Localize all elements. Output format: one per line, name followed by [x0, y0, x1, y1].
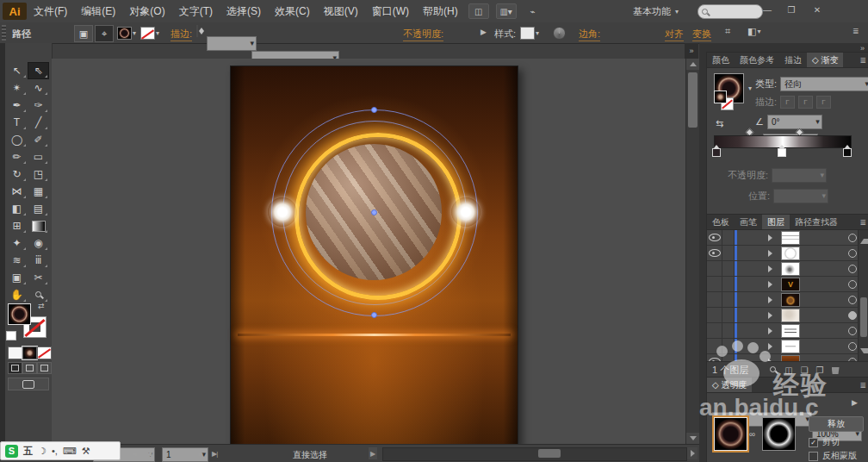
lock-toggle[interactable]: [722, 292, 735, 307]
ime-settings-icon[interactable]: ⚒: [82, 446, 90, 457]
menu-object[interactable]: 对象(O): [122, 4, 171, 19]
soft-keyboard-icon[interactable]: ⌨: [63, 446, 77, 457]
hand-tool[interactable]: ✋: [6, 286, 28, 303]
tab-color[interactable]: 颜色: [707, 53, 735, 67]
column-graph-tool[interactable]: ⅲ: [28, 252, 49, 269]
gradient-angle-dropdown[interactable]: 0°: [767, 115, 822, 129]
layers-scroll-thumb[interactable]: [860, 297, 867, 337]
lock-toggle[interactable]: [722, 261, 735, 276]
stop-position-dropdown[interactable]: [773, 189, 828, 203]
eyedropper-tool[interactable]: ✦: [6, 234, 28, 252]
target-icon[interactable]: [848, 249, 857, 258]
layers-scrollbar[interactable]: [858, 230, 868, 362]
menu-view[interactable]: 视图(V): [317, 4, 365, 19]
expand-triangle-icon[interactable]: [768, 281, 772, 288]
next-artboard-button[interactable]: ▶: [198, 450, 202, 458]
expand-triangle-icon[interactable]: [768, 312, 772, 319]
stroke-weight-dropdown[interactable]: [207, 36, 257, 51]
first-artboard-button[interactable]: |◀: [131, 450, 136, 458]
layer-row[interactable]: [707, 230, 868, 246]
layer-row[interactable]: [707, 339, 868, 354]
arrange-documents-icon[interactable]: ▥▾: [496, 3, 517, 19]
stroke-across-icon[interactable]: Γ: [816, 96, 831, 109]
menu-file[interactable]: 文件(F): [27, 4, 74, 19]
right-glow-orb[interactable]: [451, 197, 480, 227]
style-swatch[interactable]: ▾: [520, 27, 539, 40]
new-sublayer-icon[interactable]: ❏: [801, 365, 809, 375]
vertical-scrollbar[interactable]: [685, 59, 699, 444]
eraser-tool[interactable]: ▭: [28, 148, 49, 165]
clip-checkbox-row[interactable]: ✓ 剪切: [809, 436, 840, 448]
stroke-color-swatch[interactable]: ▾: [140, 27, 159, 40]
default-fill-stroke-icon[interactable]: [6, 331, 16, 340]
make-clip-mask-icon[interactable]: ◫: [784, 365, 792, 375]
expand-triangle-icon[interactable]: [768, 343, 772, 350]
visibility-toggle[interactable]: [707, 261, 722, 276]
cs-live-icon[interactable]: ⌁: [524, 4, 542, 18]
visibility-toggle[interactable]: [707, 323, 722, 338]
target-icon[interactable]: [848, 234, 857, 242]
screen-mode-button[interactable]: [8, 378, 49, 390]
last-artboard-button[interactable]: ▶|: [212, 450, 217, 458]
lock-toggle[interactable]: [722, 246, 735, 260]
fill-swatch[interactable]: [8, 303, 31, 325]
rotate-tool[interactable]: ↻: [6, 165, 28, 183]
opacity-label[interactable]: 不透明度:: [403, 28, 443, 41]
paintbrush-tool[interactable]: ✐: [28, 131, 49, 148]
panel-menu-icon[interactable]: ≣: [859, 218, 866, 227]
expand-triangle-icon[interactable]: [768, 234, 772, 241]
scroll-right-icon[interactable]: [687, 447, 698, 459]
symbol-sprayer-tool[interactable]: ≋: [6, 252, 28, 269]
color-button[interactable]: [8, 346, 22, 359]
panel-menu-icon[interactable]: ≣: [859, 381, 866, 390]
expand-triangle-icon[interactable]: [768, 250, 772, 257]
line-segment-tool[interactable]: ╱: [28, 114, 49, 131]
select-similar-objects-button[interactable]: ▣: [74, 25, 93, 42]
menu-window[interactable]: 窗口(W): [365, 4, 416, 19]
invert-mask-checkbox-row[interactable]: 反相蒙版: [809, 450, 857, 462]
new-layer-icon[interactable]: ❐: [816, 365, 824, 375]
horizontal-scroll-thumb[interactable]: [538, 449, 561, 458]
tab-overflow-button[interactable]: »: [685, 43, 698, 59]
release-button[interactable]: 释放: [809, 416, 864, 432]
shape-builder-tool[interactable]: ▦: [28, 183, 49, 200]
ellipse-tool[interactable]: ◯: [6, 131, 28, 148]
isolate-selected-object-button[interactable]: ⌖: [95, 25, 114, 42]
fill-color-swatch[interactable]: ▾: [117, 27, 136, 40]
opacity-expand-icon[interactable]: ▶: [480, 28, 487, 36]
live-paint-bucket-tool[interactable]: ◧: [6, 200, 28, 217]
scroll-up-icon[interactable]: [686, 59, 699, 70]
expand-triangle-icon[interactable]: [768, 297, 772, 303]
mini-fill-stroke-widget[interactable]: [714, 91, 735, 111]
lock-toggle[interactable]: [722, 339, 735, 353]
artboard-tool[interactable]: ▣: [6, 269, 28, 286]
draw-behind-button[interactable]: [22, 362, 37, 374]
stroke-weight-stepper[interactable]: [196, 25, 198, 37]
scroll-up-icon[interactable]: [860, 232, 868, 244]
visibility-toggle[interactable]: [707, 230, 722, 245]
target-icon[interactable]: [848, 280, 857, 289]
menu-effect[interactable]: 效果(C): [268, 4, 317, 19]
recolor-artwork-button[interactable]: [553, 27, 566, 40]
direct-selection-tool[interactable]: ⇖: [28, 62, 49, 79]
drag-grip[interactable]: [2, 25, 6, 41]
align-to-selection-icon[interactable]: ◧▾: [747, 26, 760, 37]
delete-layer-icon[interactable]: [832, 365, 840, 374]
opacity-mask-thumbnail[interactable]: [762, 417, 796, 451]
transform-link[interactable]: 变换: [692, 28, 711, 41]
tab-swatches[interactable]: 色板: [707, 215, 735, 229]
search-input[interactable]: [698, 4, 763, 19]
lock-toggle[interactable]: [722, 323, 735, 338]
tab-gradient[interactable]: ◇ 渐变: [807, 53, 843, 67]
locate-object-icon[interactable]: [770, 366, 777, 373]
gradient-button[interactable]: [22, 346, 37, 359]
layer-row[interactable]: [707, 261, 868, 277]
curvature-tool[interactable]: ✑: [28, 97, 49, 114]
target-icon[interactable]: [848, 265, 857, 273]
artboard[interactable]: [230, 66, 518, 444]
visibility-toggle[interactable]: [707, 292, 722, 307]
lasso-tool[interactable]: ∿: [28, 79, 49, 97]
panel-menu-icon[interactable]: ≣: [859, 56, 866, 65]
previous-artboard-button[interactable]: ◀: [146, 450, 151, 458]
pen-tool[interactable]: ✒: [6, 97, 28, 114]
